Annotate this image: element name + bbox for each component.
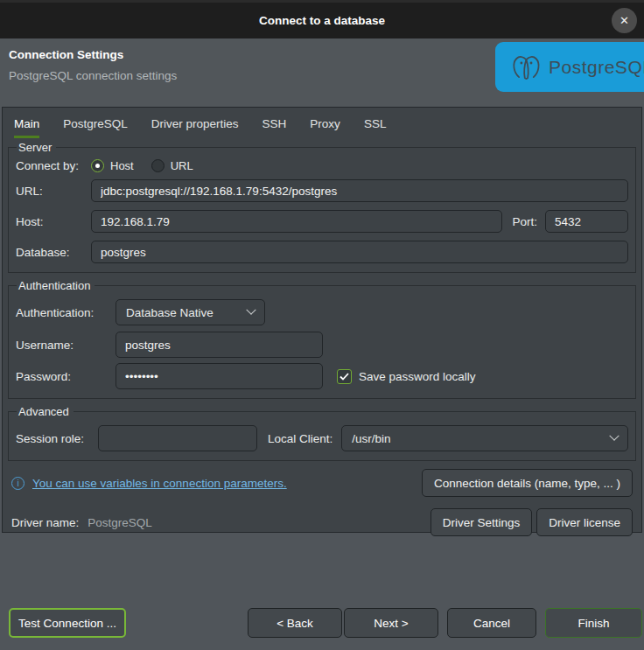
dialog-header: Connection Settings PostgreSQL connectio… — [0, 38, 644, 107]
local-client-select[interactable]: /usr/bin — [341, 425, 628, 451]
advanced-group-legend: Advanced — [17, 405, 74, 418]
chevron-down-icon — [246, 305, 256, 315]
close-button[interactable]: ✕ — [612, 8, 637, 33]
postgresql-banner: PostgreSQL — [495, 42, 644, 92]
checkmark-icon — [340, 373, 349, 381]
back-button[interactable]: < Back — [248, 608, 342, 638]
radio-connect-by-host[interactable]: Host — [91, 159, 134, 172]
url-input[interactable] — [91, 179, 628, 202]
port-input[interactable] — [545, 210, 628, 233]
postgresql-logo-text: PostgreSQL — [549, 57, 644, 78]
title-bar: Connect to a database ✕ — [0, 0, 644, 38]
authentication-select-value: Database Native — [126, 306, 214, 319]
username-label: Username: — [16, 339, 116, 352]
database-input[interactable] — [91, 241, 628, 263]
finish-button[interactable]: Finish — [545, 608, 642, 638]
server-group: Server Connect by: Host URL URL: Host: P… — [8, 141, 636, 273]
radio-url-label: URL — [171, 159, 193, 172]
driver-name-label: Driver name: — [11, 516, 79, 529]
password-label: Password: — [16, 370, 116, 383]
chevron-down-icon — [609, 431, 619, 441]
authentication-select[interactable]: Database Native — [116, 299, 265, 325]
authentication-label: Authentication: — [16, 306, 116, 319]
advanced-group: Advanced Session role: Local Client: /us… — [8, 405, 636, 461]
save-password-label: Save password locally — [359, 370, 476, 383]
local-client-label: Local Client: — [268, 432, 332, 445]
database-label: Database: — [16, 246, 91, 259]
radio-url-indicator — [151, 159, 164, 172]
radio-host-indicator — [91, 159, 104, 172]
driver-settings-button[interactable]: Driver Settings — [430, 508, 533, 536]
connect-by-label: Connect by: — [16, 159, 91, 172]
local-client-select-value: /usr/bin — [352, 432, 390, 445]
password-input[interactable] — [116, 363, 323, 389]
connection-details-button[interactable]: Connection details (name, type, ... ) — [422, 469, 633, 497]
tab-driver-properties[interactable]: Driver properties — [151, 117, 239, 138]
driver-name-value: PostgreSQL — [88, 516, 152, 529]
session-role-input[interactable] — [98, 425, 257, 451]
connection-variables-link[interactable]: You can use variables in connection para… — [32, 477, 287, 490]
host-input[interactable] — [91, 210, 502, 233]
postgresql-elephant-icon — [509, 50, 544, 85]
tab-postgresql[interactable]: PostgreSQL — [63, 117, 128, 138]
port-label: Port: — [512, 215, 537, 228]
driver-license-button[interactable]: Driver license — [536, 508, 633, 536]
host-label: Host: — [16, 215, 91, 228]
authentication-group: Authentication Authentication: Database … — [8, 279, 636, 399]
authentication-group-legend: Authentication — [17, 279, 94, 292]
radio-host-label: Host — [110, 159, 134, 172]
info-icon: i — [11, 477, 24, 490]
cancel-button[interactable]: Cancel — [447, 608, 536, 638]
close-icon: ✕ — [620, 14, 629, 27]
radio-connect-by-url[interactable]: URL — [151, 159, 193, 172]
next-button[interactable]: Next > — [344, 608, 438, 638]
session-role-label: Session role: — [16, 432, 98, 445]
tab-proxy[interactable]: Proxy — [310, 117, 340, 138]
server-group-legend: Server — [17, 141, 56, 154]
settings-tabs: Main PostgreSQL Driver properties SSH Pr… — [3, 108, 641, 138]
test-connection-button[interactable]: Test Connection ... — [9, 608, 126, 638]
username-input[interactable] — [116, 332, 323, 358]
save-password-checkbox[interactable] — [337, 369, 352, 384]
tab-main[interactable]: Main — [14, 117, 39, 138]
tab-ssh[interactable]: SSH — [262, 117, 287, 138]
url-label: URL: — [16, 185, 91, 198]
tab-ssl[interactable]: SSL — [364, 117, 387, 138]
window-title: Connect to a database — [0, 3, 644, 38]
connection-settings-panel: Main PostgreSQL Driver properties SSH Pr… — [2, 107, 642, 533]
